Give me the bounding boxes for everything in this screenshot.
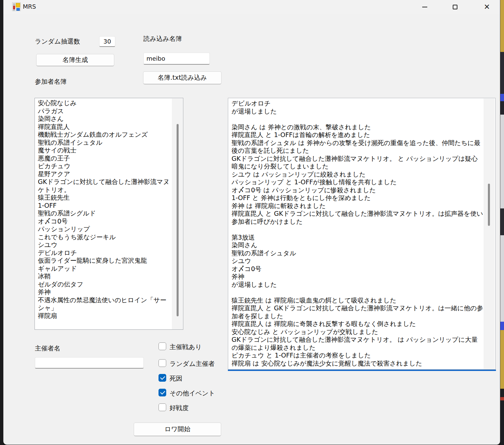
titlebar: MRS ✕ bbox=[3, 0, 500, 14]
roster-filename-input[interactable] bbox=[143, 53, 210, 65]
aggression-checkbox[interactable] bbox=[159, 403, 166, 411]
log-text: デビルオロチ が退場しました 染岡さん は 斧神との激戦の末、撃破されました 禪… bbox=[232, 100, 484, 367]
random-count-label: ランダム抽選数 bbox=[35, 37, 80, 46]
host-name-input[interactable] bbox=[35, 357, 144, 369]
log-scrollbar-thumb[interactable] bbox=[488, 184, 490, 226]
participants-listbox[interactable]: 安心院なじみ パラガス 染岡さん 禪院直毘人 機動戦士ガンダム鉄血のオルフェンズ… bbox=[35, 98, 183, 330]
random-host-label: ランダム主催者 bbox=[170, 360, 215, 368]
other-events-checkbox[interactable] bbox=[159, 389, 166, 396]
close-button[interactable]: ✕ bbox=[477, 0, 497, 14]
host-battle-label: 主催戦あり bbox=[170, 343, 202, 352]
death-cause-label: 死因 bbox=[170, 374, 182, 383]
other-events-label: その他イベント bbox=[170, 389, 215, 398]
participants-scrollbar-thumb[interactable] bbox=[177, 124, 179, 316]
host-battle-checkbox[interactable] bbox=[159, 342, 166, 350]
background-right-edge bbox=[500, 0, 504, 445]
death-cause-checkbox[interactable] bbox=[159, 374, 166, 382]
log-textbox[interactable]: デビルオロチ が退場しました 染岡さん は 斧神との激戦の末、撃破されました 禪… bbox=[228, 98, 496, 370]
mrs-window: MRS ✕ ランダム抽選数 名簿生成 参加者名簿 読み込み名簿 名簿.txt読み… bbox=[3, 0, 500, 445]
window-title: MRS bbox=[23, 3, 36, 10]
log-scrollbar-track[interactable] bbox=[484, 99, 495, 369]
host-name-label: 主催者名 bbox=[35, 344, 60, 353]
background-left-edge bbox=[0, 0, 3, 445]
maximize-icon bbox=[453, 5, 457, 9]
minimize-icon bbox=[422, 7, 427, 7]
log-focus-underline bbox=[228, 370, 496, 371]
load-roster-label: 読み込み名簿 bbox=[143, 35, 182, 43]
aggression-label: 好戦度 bbox=[170, 404, 189, 412]
participants-label: 参加者名簿 bbox=[35, 77, 67, 86]
app-icon bbox=[12, 2, 21, 11]
maximize-button[interactable] bbox=[445, 0, 465, 14]
random-count-input[interactable] bbox=[99, 36, 115, 47]
random-host-checkbox[interactable] bbox=[159, 359, 166, 367]
minimize-button[interactable] bbox=[415, 0, 435, 14]
participants-list-text: 安心院なじみ パラガス 染岡さん 禪院直毘人 機動戦士ガンダム鉄血のオルフェンズ… bbox=[38, 99, 173, 320]
load-roster-button[interactable]: 名簿.txt読み込み bbox=[143, 71, 222, 84]
participants-scrollbar-track[interactable] bbox=[172, 99, 183, 329]
close-icon: ✕ bbox=[484, 3, 490, 11]
generate-roster-button[interactable]: 名簿生成 bbox=[36, 54, 114, 66]
start-battle-royale-button[interactable]: ロワ開始 bbox=[134, 423, 221, 436]
